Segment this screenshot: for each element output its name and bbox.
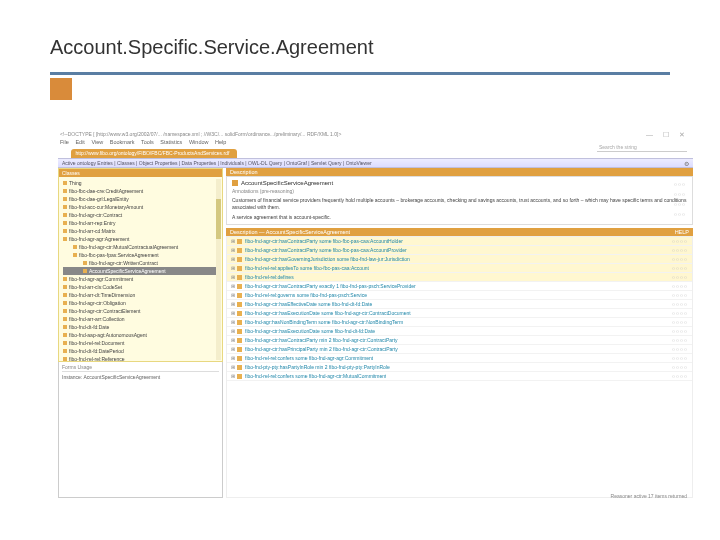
tree-item[interactable]: fibo-fnd-rel-rel:Reference bbox=[63, 355, 218, 362]
description-header: Description bbox=[226, 168, 693, 176]
menu-view[interactable]: View bbox=[91, 139, 103, 145]
tab-active[interactable]: http://www.fibo.org/ontology/FIBO/FBC/FB… bbox=[71, 149, 237, 158]
class-icon bbox=[237, 311, 242, 316]
tree-item[interactable]: fibo-fnd-agr-ctr:WrittenContract bbox=[63, 259, 218, 267]
toolbar[interactable]: Active ontology Entries | Classes | Obje… bbox=[58, 158, 693, 168]
gear-icon[interactable]: ⚙ bbox=[684, 160, 689, 167]
row-actions-icon[interactable]: ○○○○ bbox=[672, 355, 688, 361]
formview-tabs[interactable]: Forms Usage bbox=[62, 364, 219, 372]
row-actions-icon[interactable]: ○○○○ bbox=[672, 256, 688, 262]
title-rule bbox=[50, 72, 670, 75]
property-row[interactable]: ⊞fibo-fnd-agr-ctr:hasPrincipalParty min … bbox=[227, 345, 692, 354]
menu-tools[interactable]: Tools bbox=[141, 139, 154, 145]
slide-title: Account.Specific.Service.Agreement bbox=[50, 36, 374, 59]
tree-item[interactable]: fibo-fbc-dae-cre:CreditAgreement bbox=[63, 187, 218, 195]
property-row[interactable]: ⊞fibo-fnd-agr-ctr:hasGoverningJurisdicti… bbox=[227, 255, 692, 264]
tree-item[interactable]: fibo-fnd-arr-rep:Entry bbox=[63, 219, 218, 227]
row-actions-icon[interactable]: ○○○○ bbox=[672, 247, 688, 253]
property-row[interactable]: ⊞fibo-fnd-rel-rel:confers some fibo-fnd-… bbox=[227, 372, 692, 381]
class-tree[interactable]: Classes Thingfibo-fbc-dae-cre:CreditAgre… bbox=[58, 168, 223, 362]
menu-help[interactable]: Help bbox=[215, 139, 226, 145]
row-actions-icon[interactable]: ○○○○ bbox=[672, 319, 688, 325]
property-row[interactable]: ⊞fibo-fnd-agr-ctr:hasExecutionDate some … bbox=[227, 327, 692, 336]
row-actions-icon[interactable]: ○○○○ bbox=[672, 346, 688, 352]
property-row[interactable]: ⊞fibo-fnd-agr-ctr:hasEffectiveDate some … bbox=[227, 300, 692, 309]
tree-item[interactable]: fibo-fnd-agr-ctr:Contract bbox=[63, 211, 218, 219]
row-actions-icon[interactable]: ○○○○ bbox=[672, 373, 688, 379]
tree-item[interactable]: AccountSpecificServiceAgreement bbox=[63, 267, 218, 275]
panel-dots-icon[interactable]: ○○○ bbox=[674, 201, 686, 207]
tree-item[interactable]: fibo-fnd-agr-agr:Agreement bbox=[63, 235, 218, 243]
property-row[interactable]: ⊞fibo-fnd-agr-ctr:hasContractParty min 2… bbox=[227, 336, 692, 345]
row-actions-icon[interactable]: ○○○○ bbox=[672, 292, 688, 298]
property-row[interactable]: ⊞fibo-fnd-agr-ctr:hasContractParty exact… bbox=[227, 282, 692, 291]
tree-item[interactable]: fibo-fnd-dt-fd:Date bbox=[63, 323, 218, 331]
row-actions-icon[interactable]: ○○○○ bbox=[672, 337, 688, 343]
tree-item[interactable]: fibo-fnd-dt-fd:DatePeriod bbox=[63, 347, 218, 355]
tree-item[interactable]: fibo-fnd-rel-rel:Document bbox=[63, 339, 218, 347]
class-icon bbox=[63, 293, 67, 297]
tree-item[interactable]: fibo-fnd-arr-dt:TimeDimension bbox=[63, 291, 218, 299]
search-input[interactable]: Search the string bbox=[597, 144, 687, 152]
property-row[interactable]: ⊞fibo-fnd-rel-rel:confers some fibo-fnd-… bbox=[227, 354, 692, 363]
tree-item-label: fibo-fbc-dae-cre:CreditAgreement bbox=[69, 187, 143, 195]
property-row[interactable]: ⊞fibo-fnd-pty-pty:hasPartyInRole min 2 f… bbox=[227, 363, 692, 372]
tree-item[interactable]: fibo-fnd-arr-cls:CodeSet bbox=[63, 283, 218, 291]
row-actions-icon[interactable]: ○○○○ bbox=[672, 328, 688, 334]
tree-item[interactable]: fibo-fnd-aap-agt:AutonomousAgent bbox=[63, 331, 218, 339]
panel-dots-icon[interactable]: ○○○ bbox=[674, 181, 686, 187]
tree-item[interactable]: fibo-fnd-agr-ctr:Obligation bbox=[63, 299, 218, 307]
tree-item[interactable]: fibo-fnd-arr-arr:Collection bbox=[63, 315, 218, 323]
window-controls[interactable]: — ☐ ✕ bbox=[646, 131, 689, 139]
menu-bookmark[interactable]: Bookmark bbox=[110, 139, 135, 145]
property-label: fibo-fnd-agr-ctr:hasPrincipalParty min 2… bbox=[245, 346, 398, 352]
row-actions-icon[interactable]: ○○○○ bbox=[672, 310, 688, 316]
tab-inactive[interactable] bbox=[58, 149, 71, 158]
class-icon bbox=[237, 302, 242, 307]
menu-file[interactable]: File bbox=[60, 139, 69, 145]
class-icon bbox=[63, 309, 67, 313]
class-icon bbox=[63, 221, 67, 225]
tree-item[interactable]: fibo-fbc-dae-grl:LegalEntity bbox=[63, 195, 218, 203]
menu-edit[interactable]: Edit bbox=[75, 139, 84, 145]
help-link[interactable]: HELP bbox=[675, 229, 689, 235]
menu-window[interactable]: Window bbox=[189, 139, 209, 145]
property-row[interactable]: ⊞fibo-fnd-rel-rel:defines○○○○ bbox=[227, 273, 692, 282]
property-label: fibo-fnd-rel-rel:defines bbox=[245, 274, 294, 280]
panel-dots-icon[interactable]: ○○○ bbox=[674, 191, 686, 197]
row-actions-icon[interactable]: ○○○○ bbox=[672, 238, 688, 244]
property-row[interactable]: ⊞fibo-fnd-agr:hasNonBindingTerm some fib… bbox=[227, 318, 692, 327]
tree-item[interactable]: fibo-fnd-agr-ctr:MutualContractualAgreem… bbox=[63, 243, 218, 251]
tree-item[interactable]: fibo-fnd-agr-agr:Commitment bbox=[63, 275, 218, 283]
tree-item[interactable]: Thing bbox=[63, 179, 218, 187]
class-icon bbox=[237, 338, 242, 343]
row-actions-icon[interactable]: ○○○○ bbox=[672, 301, 688, 307]
property-row[interactable]: ⊞fibo-fnd-agr-ctr:hasExecutionDate some … bbox=[227, 309, 692, 318]
tree-item[interactable]: fibo-fbc-pas-fpas:ServiceAgreement bbox=[63, 251, 218, 259]
menu-statistics[interactable]: Statistics bbox=[160, 139, 182, 145]
panel-dots-icon[interactable]: ○○○ bbox=[674, 211, 686, 217]
row-actions-icon[interactable]: ○○○○ bbox=[672, 364, 688, 370]
tree-item[interactable]: fibo-fnd-arr-cd:Matrix bbox=[63, 227, 218, 235]
property-label: fibo-fnd-agr-ctr:hasExecutionDate some f… bbox=[245, 310, 411, 316]
toolbar-tabs[interactable]: Active ontology Entries | Classes | Obje… bbox=[62, 160, 372, 166]
tree-item-label: fibo-fbc-dae-grl:LegalEntity bbox=[69, 195, 129, 203]
tree-item[interactable]: fibo-fnd-agr-ctr:ContractElement bbox=[63, 307, 218, 315]
tree-item[interactable]: fibo-fnd-acc-cur:MonetaryAmount bbox=[63, 203, 218, 211]
property-row[interactable]: ⊞fibo-fnd-agr-ctr:hasContractParty some … bbox=[227, 246, 692, 255]
class-icon bbox=[237, 356, 242, 361]
property-row[interactable]: ⊞fibo-fnd-agr-ctr:hasContractParty some … bbox=[227, 237, 692, 246]
property-row[interactable]: ⊞fibo-fnd-rel-rel:appliesTo some fibo-fb… bbox=[227, 264, 692, 273]
form-view: Forms Usage Instance: AccountSpecificSer… bbox=[58, 362, 223, 498]
description-subheader: Annotations (pre-reasoning) bbox=[232, 188, 687, 194]
property-label: fibo-fnd-rel-rel:appliesTo some fibo-fbc… bbox=[245, 265, 369, 271]
class-icon bbox=[63, 357, 67, 361]
row-actions-icon[interactable]: ○○○○ bbox=[672, 274, 688, 280]
description-panel: ○○○ ○○○ ○○○ ○○○ AccountSpecificServiceAg… bbox=[226, 176, 693, 225]
tree-scrollbar[interactable] bbox=[216, 179, 221, 360]
row-actions-icon[interactable]: ○○○○ bbox=[672, 283, 688, 289]
class-icon bbox=[63, 333, 67, 337]
row-actions-icon[interactable]: ○○○○ bbox=[672, 265, 688, 271]
property-row[interactable]: ⊞fibo-fnd-rel-rel:governs some fibo-fnd-… bbox=[227, 291, 692, 300]
class-name: AccountSpecificServiceAgreement bbox=[241, 180, 333, 186]
